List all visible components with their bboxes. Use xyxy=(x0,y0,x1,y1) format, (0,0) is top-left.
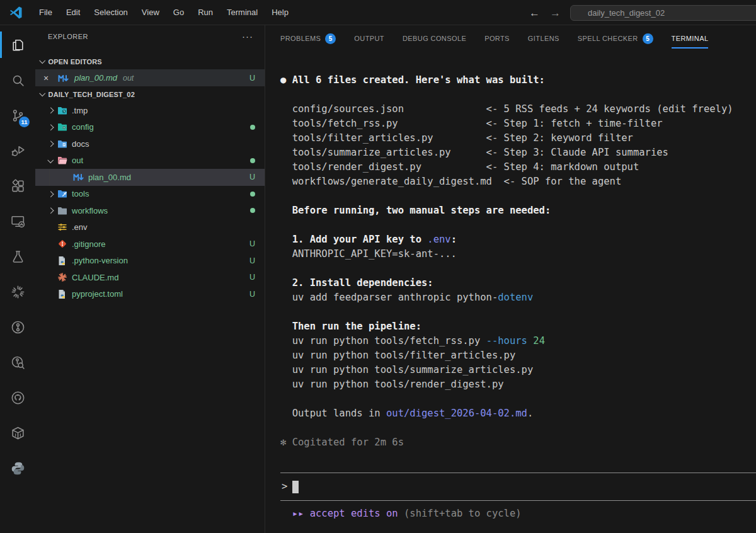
tree-item-tools[interactable]: tools xyxy=(35,186,265,203)
terminal-line: uv add feedparser anthropic python-doten… xyxy=(280,290,756,305)
close-icon[interactable]: × xyxy=(43,74,54,83)
menu-selection[interactable]: Selection xyxy=(87,4,134,20)
terminal-text-segment: 24 xyxy=(533,335,545,347)
forward-arrow-icon[interactable]: → xyxy=(550,8,561,18)
activity-gitlens-inspect[interactable] xyxy=(0,345,35,380)
terminal-text-segment: tools/fetch_rss.py <- Step 1: fetch + ti… xyxy=(280,118,663,129)
section-workspace-root[interactable]: DAILY_TECH_DIGEST_02 xyxy=(35,86,265,102)
back-arrow-icon[interactable]: ← xyxy=(529,8,540,18)
git-untracked-badge: U xyxy=(249,239,265,248)
activity-gitlens[interactable] xyxy=(0,309,35,345)
activity-badge: 11 xyxy=(19,117,30,127)
more-actions-icon[interactable]: ··· xyxy=(242,33,253,40)
terminal-line: Before running, two manual steps are nee… xyxy=(280,203,756,218)
terminal-text-segment: . xyxy=(527,408,533,419)
extensions-icon xyxy=(10,178,26,194)
tree-item-workflows[interactable]: workflows xyxy=(35,202,265,219)
tree-item-config[interactable]: config xyxy=(35,119,265,136)
bottom-panel: PROBLEMS5OUTPUTDEBUG CONSOLEPORTSGITLENS… xyxy=(265,25,756,533)
sidebar-title: EXPLORER xyxy=(48,33,88,40)
claude-input-box[interactable]: > xyxy=(280,473,756,501)
activity-python[interactable] xyxy=(0,450,35,486)
terminal-cursor xyxy=(292,481,299,493)
terminal-text-segment: tools/render_digest.py <- Step 4: markdo… xyxy=(280,161,639,173)
panel-tab-label: GITLENS xyxy=(528,35,559,42)
chevron-down-icon xyxy=(40,90,45,96)
chevron-right-icon xyxy=(44,209,57,213)
tree-item-plan_00.md[interactable]: plan_00.mdU xyxy=(35,169,265,186)
tree-item-docs[interactable]: docs xyxy=(35,135,265,152)
terminal-link[interactable]: .env xyxy=(427,234,450,245)
gitlens-icon xyxy=(10,319,26,335)
panel-tab-output[interactable]: OUTPUT xyxy=(354,25,384,52)
menu-edit[interactable]: Edit xyxy=(59,4,87,20)
panel-tab-problems[interactable]: PROBLEMS5 xyxy=(280,25,336,52)
activity-claude[interactable] xyxy=(0,274,35,309)
panel-tab-label: OUTPUT xyxy=(354,35,384,42)
terminal-line xyxy=(280,218,756,232)
terminal[interactable]: ● All 6 files created. Here's what was b… xyxy=(265,52,756,533)
activity-explorer[interactable] xyxy=(0,27,35,62)
tree-item-pyproject.toml[interactable]: pyproject.tomlU xyxy=(35,286,265,303)
menu-help[interactable]: Help xyxy=(265,4,295,20)
terminal-line: Then run the pipeline: xyxy=(280,319,756,334)
menu-file[interactable]: File xyxy=(32,4,59,20)
terminal-line: uv run python tools/render_digest.py xyxy=(280,377,756,392)
panel-tab-terminal[interactable]: TERMINAL xyxy=(672,25,709,52)
terminal-text-segment: uv run python tools/filter_articles.py xyxy=(280,350,515,361)
terminal-text-segment: ▸▸ accept edits on xyxy=(280,508,398,519)
claude-mode-status[interactable]: ▸▸ accept edits on (shift+tab to cycle) xyxy=(280,507,756,521)
workspace-root-label: DAILY_TECH_DIGEST_02 xyxy=(49,91,135,98)
open-editor-name: plan_00.md xyxy=(74,73,117,83)
python-file-icon xyxy=(57,256,67,266)
tree-item-label: CLAUDE.md xyxy=(72,273,118,282)
terminal-line xyxy=(280,305,756,319)
chevron-right-icon xyxy=(44,192,57,197)
activity-containers[interactable] xyxy=(0,415,35,450)
terminal-text-segment: 1. Add your API key to xyxy=(280,234,427,245)
terminal-line: tools/fetch_rss.py <- Step 1: fetch + ti… xyxy=(280,117,756,131)
panel-tab-gitlens[interactable]: GITLENS xyxy=(528,25,559,52)
terminal-text-segment: uv run python tools/render_digest.py xyxy=(280,379,504,390)
activity-remote-explorer[interactable] xyxy=(0,203,35,239)
chevron-right-icon xyxy=(44,142,57,146)
tree-item-.tmp[interactable]: .tmp xyxy=(35,102,265,119)
activity-source-control[interactable]: 11 xyxy=(0,98,35,133)
activity-testing[interactable] xyxy=(0,239,35,274)
terminal-text-segment xyxy=(527,335,533,347)
panel-tab-bar: PROBLEMS5OUTPUTDEBUG CONSOLEPORTSGITLENS… xyxy=(265,25,756,52)
menu-view[interactable]: View xyxy=(135,4,166,20)
activity-run-debug[interactable] xyxy=(0,133,35,168)
activity-extensions[interactable] xyxy=(0,168,35,203)
remote-icon xyxy=(10,214,26,229)
panel-tab-debug-console[interactable]: DEBUG CONSOLE xyxy=(403,25,466,52)
open-editor-plan_00.md[interactable]: ×plan_00.mdoutU xyxy=(35,69,265,86)
terminal-link[interactable]: out/digest_2026-04-02.md xyxy=(386,408,527,419)
section-open-editors[interactable]: OPEN EDITORS xyxy=(35,54,265,69)
command-center-search[interactable]: daily_tech_digest_02 xyxy=(570,5,756,21)
panel-tab-spell-checker[interactable]: SPELL CHECKER5 xyxy=(578,25,653,52)
activity-github[interactable] xyxy=(0,380,35,415)
panel-tab-label: TERMINAL xyxy=(672,35,709,42)
tree-item-CLAUDE.md[interactable]: CLAUDE.mdU xyxy=(35,269,265,286)
panel-tab-label: PORTS xyxy=(484,35,510,42)
dot-icon xyxy=(250,208,255,213)
tree-item-out[interactable]: out xyxy=(35,152,265,169)
debug-icon xyxy=(10,143,26,159)
panel-tab-ports[interactable]: PORTS xyxy=(484,25,510,52)
terminal-line: ✻ Cogitated for 2m 6s xyxy=(280,435,756,450)
tree-item-.python-version[interactable]: .python-versionU xyxy=(35,253,265,270)
terminal-line: 2. Install dependencies: xyxy=(280,276,756,290)
git-untracked-badge: U xyxy=(249,256,265,265)
terminal-text-segment: uv run python tools/summarize_articles.p… xyxy=(280,364,533,375)
open-editor-detail: out xyxy=(123,74,134,83)
tree-item-.env[interactable]: .env xyxy=(35,219,265,236)
git-untracked-badge: U xyxy=(249,173,265,181)
terminal-line: tools/summarize_articles.py <- Step 3: C… xyxy=(280,146,756,160)
menu-terminal[interactable]: Terminal xyxy=(220,4,265,20)
menu-go[interactable]: Go xyxy=(166,4,191,20)
activity-search[interactable] xyxy=(0,62,35,98)
container-icon xyxy=(10,425,26,441)
tree-item-.gitignore[interactable]: .gitignoreU xyxy=(35,236,265,253)
menu-run[interactable]: Run xyxy=(191,4,220,20)
